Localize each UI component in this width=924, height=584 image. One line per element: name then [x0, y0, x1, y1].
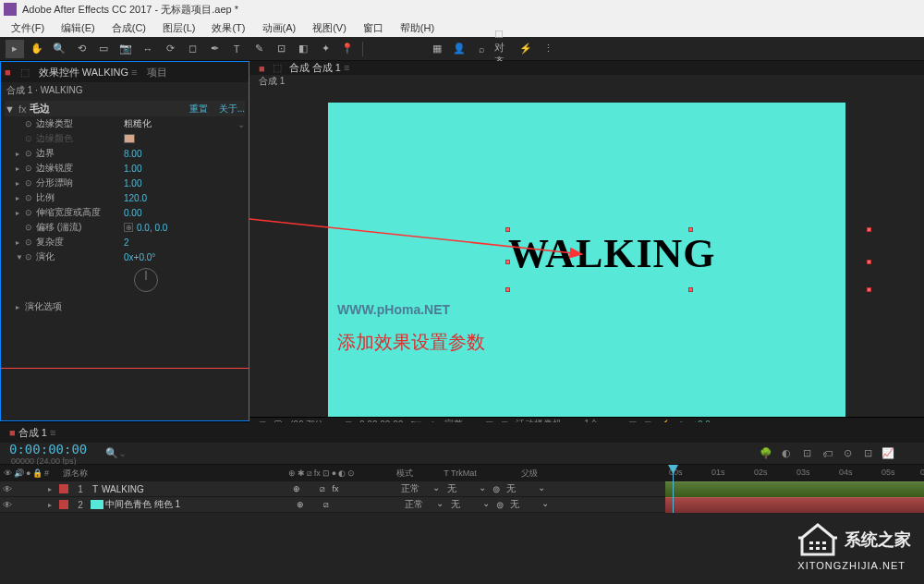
layer2-parent[interactable]: 无⌄ [506, 498, 553, 511]
current-timecode[interactable]: 0:00:00:00 [9, 442, 87, 456]
tl-btn-graph[interactable]: 📈 [880, 445, 896, 462]
menu-composition[interactable]: 合成(C) [104, 19, 153, 37]
canvas-watermark: WWW.pHoma.NET [337, 302, 450, 317]
prop-evolution[interactable]: ▼⊙ 演化 0x+0.0° [5, 249, 245, 264]
layer2-mode[interactable]: 正常⌄ [401, 498, 447, 511]
menu-window[interactable]: 窗口 [356, 19, 391, 37]
playhead[interactable] [673, 465, 674, 513]
snap-toggle[interactable]: ☐ 对齐 [494, 40, 513, 58]
app-title: Adobe After Effects CC 2017 - 无标题项目.aep … [22, 3, 238, 17]
toolbar-icon-5[interactable]: ⋮ [539, 40, 557, 58]
timeline-tab[interactable]: 合成 1 ≡ [18, 426, 56, 440]
logo-url: XITONGZHIJIA.NET [797, 560, 906, 571]
effects-list: ▼ fx 毛边 重置 关于... ⊙ 边缘类型 粗糙化 ⌄ ⊙ 边缘颜色 [1, 99, 249, 420]
menu-edit[interactable]: 编辑(E) [54, 19, 103, 37]
orbit-tool[interactable]: ⟲ [72, 40, 91, 58]
text-tool[interactable]: T [227, 40, 246, 58]
composition-canvas[interactable]: WALKING WWW.pHoma.NET 添加效果设置参数 [328, 103, 845, 417]
shape-tool[interactable]: ◻ [183, 40, 201, 58]
effect-header-row[interactable]: ▼ fx 毛边 重置 关于... [5, 101, 245, 116]
puppet-tool[interactable]: 📍 [338, 40, 357, 58]
roto-tool[interactable]: ✦ [316, 40, 334, 58]
prop-border[interactable]: ▸⊙ 边界 8.00 [5, 146, 245, 161]
layer-2-track[interactable] [665, 497, 924, 513]
comp-subtab[interactable]: 合成 1 [259, 75, 285, 88]
toolbar: ▸ ✋ 🔍 ⟲ ▭ 📷 ↔ ⟳ ◻ ✒ T ✎ ⊡ ◧ ✦ 📍 ▦ 👤 ⌕ ☐ … [0, 37, 924, 61]
toolbar-icon-1[interactable]: ▦ [428, 40, 446, 58]
menu-view[interactable]: 视图(V) [305, 19, 354, 37]
project-tab[interactable]: 项目 [147, 66, 167, 79]
prop-stretch[interactable]: ▸⊙ 伸缩宽度或高度 0.00 [5, 205, 245, 220]
eye-icon[interactable]: 👁 [0, 484, 15, 494]
camera-tool[interactable]: 📷 [116, 40, 135, 58]
tl-btn-switch2[interactable]: ⊡ [859, 445, 876, 462]
col-source-name[interactable]: 源名称 [63, 468, 266, 480]
search-icon[interactable]: 🔍⌄ [105, 447, 127, 459]
prop-complexity[interactable]: ▸⊙ 复杂度 2 [5, 235, 245, 249]
logo-text: 系统之家 [845, 529, 911, 551]
rotate-tool[interactable]: ⟳ [161, 40, 179, 58]
time-ruler[interactable]: 00s 01s 02s 03s 04s 05s 06s [665, 465, 924, 481]
menubar: 文件(F) 编辑(E) 合成(C) 图层(L) 效果(T) 动画(A) 视图(V… [0, 18, 924, 37]
evolution-dial[interactable] [134, 268, 158, 292]
canvas-annotation: 添加效果设置参数 [337, 330, 485, 355]
layer1-mode[interactable]: 正常⌄ [397, 482, 444, 495]
prop-fractal[interactable]: ▸⊙ 分形漂响 1.00 [5, 176, 245, 190]
layer2-trkmat[interactable]: 无⌄ [447, 498, 493, 511]
layer-name-2[interactable]: 中间色青色 纯色 1 [105, 498, 290, 511]
prop-evolution-options[interactable]: ▸ 演化选项 [5, 299, 245, 314]
pen-tool[interactable]: ✒ [205, 40, 224, 58]
color-swatch[interactable] [124, 134, 135, 143]
toolbar-icon-4[interactable]: ⚡ [517, 40, 535, 58]
svg-rect-5 [809, 547, 813, 550]
hand-tool[interactable]: ✋ [28, 40, 46, 58]
prop-scale[interactable]: ▸⊙ 比例 120.0 [5, 190, 245, 205]
titlebar: Adobe After Effects CC 2017 - 无标题项目.aep … [0, 0, 924, 18]
menu-layer[interactable]: 图层(L) [155, 19, 202, 37]
tl-btn-switch1[interactable]: ⊙ [839, 445, 856, 462]
tl-btn-mb[interactable]: ◐ [778, 445, 795, 462]
prop-offset[interactable]: ⊙ 偏移 (湍流) ⊕ 0.0, 0.0 [5, 220, 245, 235]
col-trkmat: T TrkMat [432, 468, 488, 478]
brush-tool[interactable]: ✎ [249, 40, 268, 58]
menu-help[interactable]: 帮助(H) [393, 19, 442, 37]
comp-subtab-row: 合成 1 [249, 75, 924, 88]
prop-edge-sharp[interactable]: ▸⊙ 边缘锐度 1.00 [5, 161, 245, 176]
svg-rect-4 [822, 541, 826, 544]
layer-name-1[interactable]: WALKING [102, 484, 286, 494]
viewport[interactable]: WALKING WWW.pHoma.NET 添加效果设置参数 [249, 88, 924, 417]
svg-rect-7 [822, 547, 826, 550]
toolbar-icon-2[interactable]: 👤 [450, 40, 468, 58]
menu-effect[interactable]: 效果(T) [204, 19, 252, 37]
tl-btn-shy[interactable]: 🌳 [758, 445, 774, 462]
layer-1-track[interactable] [665, 481, 924, 497]
zoom-tool[interactable]: 🔍 [50, 40, 68, 58]
eraser-tool[interactable]: ◧ [294, 40, 312, 58]
pan-tool[interactable]: ↔ [139, 40, 157, 58]
tl-btn-draft[interactable]: 🏷 [819, 445, 835, 462]
toolbar-icon-3[interactable]: ⌕ [472, 40, 491, 58]
composition-panel: ■ ⬚ 合成 合成 1 ≡ 合成 1 WALKING [249, 61, 924, 421]
stamp-tool[interactable]: ⊡ [272, 40, 290, 58]
house-icon [798, 523, 837, 556]
rect-tool[interactable]: ▭ [94, 40, 113, 58]
effect-breadcrumb: 合成 1 · WALKING [1, 82, 249, 99]
svg-rect-6 [816, 547, 820, 550]
col-parent: 父级 [488, 468, 571, 480]
timeline-tracks[interactable]: 00s 01s 02s 03s 04s 05s 06s [665, 465, 924, 513]
eye-icon[interactable]: 👁 [0, 500, 15, 510]
effect-reset[interactable]: 重置 [189, 103, 208, 116]
menu-file[interactable]: 文件(F) [4, 19, 52, 37]
main-area: ■ ⬚ 效果控件 WALKING ≡ 项目 合成 1 · WALKING ▼ f… [0, 61, 924, 421]
effect-controls-tab[interactable]: 效果控件 WALKING ≡ [39, 66, 138, 79]
prop-border-type[interactable]: ⊙ 边缘类型 粗糙化 ⌄ [5, 116, 245, 131]
tl-btn-fb[interactable]: ⊡ [798, 445, 815, 462]
prop-edge-color[interactable]: ⊙ 边缘颜色 [5, 131, 245, 146]
layer1-parent[interactable]: 无⌄ [503, 482, 549, 495]
effect-about[interactable]: 关于... [219, 103, 245, 116]
comp-tab[interactable]: 合成 合成 1 ≡ [289, 61, 350, 75]
selection-tool[interactable]: ▸ [6, 40, 24, 58]
menu-animation[interactable]: 动画(A) [255, 19, 304, 37]
text-layer[interactable]: WALKING [508, 230, 869, 289]
layer1-trkmat[interactable]: 无⌄ [444, 482, 490, 495]
